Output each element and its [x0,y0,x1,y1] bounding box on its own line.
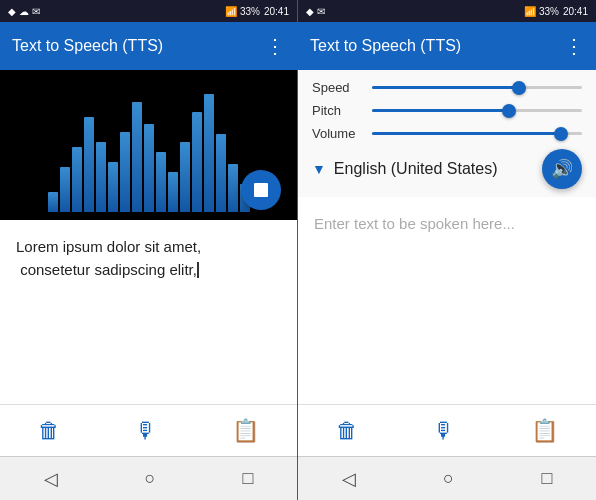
left-panel: ◆ ☁ ✉ 📶 33% 20:41 Text to Speech (TTS) ⋮ [0,0,298,500]
bar-15 [216,134,226,212]
left-menu-button[interactable]: ⋮ [265,34,285,58]
right-app-title: Text to Speech (TTS) [310,37,461,55]
left-mic-icon[interactable]: 🎙 [135,418,157,444]
bar-16 [228,164,238,212]
left-status-icons: ◆ ☁ ✉ [8,6,40,17]
volume-row: Volume [312,126,582,141]
right-status-bar: ◆ ✉ 📶 33% 20:41 [298,0,596,22]
right-panel: ◆ ✉ 📶 33% 20:41 Text to Speech (TTS) ⋮ S… [298,0,596,500]
bar-10 [156,152,166,212]
left-trash-icon[interactable]: 🗑 [38,418,60,444]
left-system-icons: ◆ ☁ ✉ [8,6,40,17]
bar-1 [48,192,58,212]
speed-slider[interactable] [372,86,582,89]
right-status-icons: ◆ ✉ [306,6,325,17]
language-arrow: ▼ [312,161,326,177]
settings-panel: Speed Pitch Volume ▼ En [298,70,596,197]
stop-button[interactable] [241,170,281,210]
stop-icon [254,183,268,197]
bar-7 [120,132,130,212]
right-clipboard-icon[interactable]: 📋 [531,418,558,444]
bar-group [48,94,250,212]
pitch-row: Pitch [312,103,582,118]
text-input-area[interactable]: Lorem ipsum dolor sit amet, consetetur s… [0,220,297,404]
right-nav-bar: ◁ ○ □ [298,456,596,500]
right-time: 20:41 [563,6,588,17]
left-clipboard-icon[interactable]: 📋 [232,418,259,444]
right-header: Text to Speech (TTS) ⋮ [298,22,596,70]
right-recents-button[interactable]: □ [541,468,552,489]
pitch-label: Pitch [312,103,364,118]
left-home-button[interactable]: ○ [145,468,156,489]
speak-button[interactable]: 🔊 [542,149,582,189]
volume-label: Volume [312,126,364,141]
right-bottom-bar: 🗑 🎙 📋 [298,404,596,456]
volume-thumb[interactable] [554,127,568,141]
right-mic-icon[interactable]: 🎙 [433,418,455,444]
left-recents-button[interactable]: □ [243,468,254,489]
bar-8 [132,102,142,212]
pitch-thumb[interactable] [502,104,516,118]
placeholder-text: Enter text to be spoken here... [298,197,531,252]
bar-2 [60,167,70,212]
language-row-container: ▼ English (United States) 🔊 [312,149,582,189]
volume-fill [372,132,561,135]
right-menu-button[interactable]: ⋮ [564,34,584,58]
bar-12 [180,142,190,212]
left-nav-bar: ◁ ○ □ [0,456,297,500]
speed-fill [372,86,519,89]
right-time-signal: 📶 33% 20:41 [524,6,588,17]
left-time-signal: 📶 33% 20:41 [225,6,289,17]
bar-11 [168,172,178,212]
right-signal: 📶 33% [524,6,559,17]
left-bottom-bar: 🗑 🎙 📋 [0,404,297,456]
left-back-button[interactable]: ◁ [44,468,58,490]
left-signal: 📶 33% [225,6,260,17]
pitch-fill [372,109,509,112]
speed-row: Speed [312,80,582,95]
left-app-title: Text to Speech (TTS) [12,37,163,55]
bar-6 [108,162,118,212]
bar-5 [96,142,106,212]
text-content: Lorem ipsum dolor sit amet, consetetur s… [16,238,201,278]
speed-thumb[interactable] [512,81,526,95]
right-text-area[interactable]: Enter text to be spoken here... [298,197,596,404]
right-trash-icon[interactable]: 🗑 [336,418,358,444]
right-home-button[interactable]: ○ [443,468,454,489]
bar-9 [144,124,154,212]
left-time: 20:41 [264,6,289,17]
bar-3 [72,147,82,212]
text-cursor [197,262,199,278]
left-status-bar: ◆ ☁ ✉ 📶 33% 20:41 [0,0,297,22]
pitch-slider[interactable] [372,109,582,112]
right-back-button[interactable]: ◁ [342,468,356,490]
volume-slider[interactable] [372,132,582,135]
language-text: English (United States) [334,160,498,178]
bar-4 [84,117,94,212]
left-header: Text to Speech (TTS) ⋮ [0,22,297,70]
speed-label: Speed [312,80,364,95]
bar-14 [204,94,214,212]
speaker-icon: 🔊 [551,158,573,180]
bar-13 [192,112,202,212]
audio-visualizer [0,70,297,220]
right-system-icons: ◆ ✉ [306,6,325,17]
language-selector[interactable]: ▼ English (United States) [312,160,542,178]
